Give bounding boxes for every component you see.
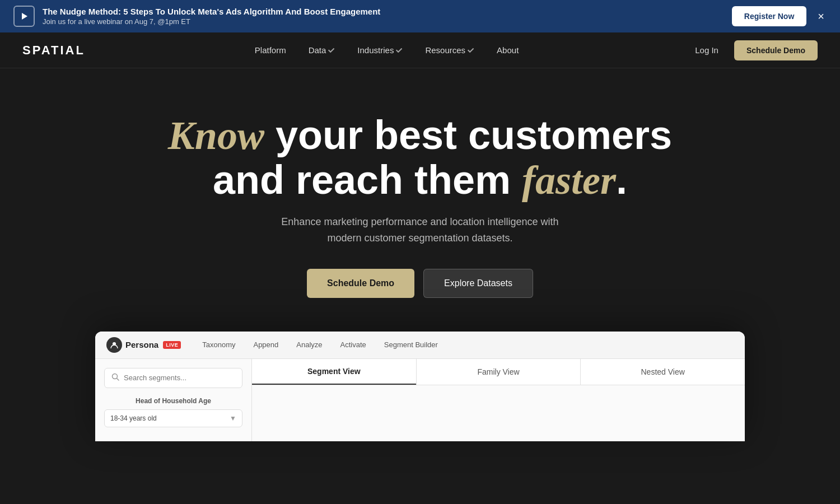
banner-subtitle: Join us for a live webinar on Aug 7, @1p… — [43, 17, 380, 26]
app-preview: Persona LIVE Taxonomy Append Analyze Act… — [95, 332, 745, 441]
nav-item-industries[interactable]: Industries — [348, 41, 412, 59]
hero-heading-italic: Know — [168, 113, 264, 158]
nav-data-label: Data — [309, 45, 326, 55]
view-tab-family[interactable]: Family View — [417, 359, 581, 385]
app-nav-tabs: Taxonomy Append Analyze Activate Segment… — [194, 337, 446, 352]
nav-platform-label: Platform — [255, 45, 286, 55]
hero-heading-rest2: and reach them — [213, 157, 522, 202]
sidebar-filter-value: 18-34 years old — [110, 414, 157, 422]
navbar: SPATIAL Platform Data Industries Resourc… — [0, 32, 840, 68]
announcement-banner: The Nudge Method: 5 Steps To Unlock Meta… — [0, 0, 840, 32]
banner-title: The Nudge Method: 5 Steps To Unlock Meta… — [43, 7, 380, 16]
hero-schedule-demo-button[interactable]: Schedule Demo — [307, 269, 414, 298]
search-icon — [111, 373, 119, 383]
svg-line-3 — [117, 378, 119, 380]
chevron-down-icon: ▼ — [230, 414, 236, 422]
view-tabs: Segment View Family View Nested View — [252, 359, 745, 385]
banner-left: The Nudge Method: 5 Steps To Unlock Meta… — [13, 6, 380, 27]
banner-text-block: The Nudge Method: 5 Steps To Unlock Meta… — [43, 7, 380, 26]
persona-label: Persona — [125, 340, 158, 349]
register-button[interactable]: Register Now — [732, 6, 806, 26]
hero-subtext-line1: Enhance marketing performance and locati… — [281, 216, 558, 227]
hero-subtext: Enhance marketing performance and locati… — [22, 214, 818, 246]
app-tab-segment-builder[interactable]: Segment Builder — [376, 337, 446, 352]
nav-right: Log In Schedule Demo — [688, 40, 818, 60]
live-badge: LIVE — [163, 341, 181, 349]
persona-logo: Persona LIVE — [106, 337, 181, 353]
app-main: Segment View Family View Nested View — [252, 359, 745, 441]
nav-industries-label: Industries — [357, 45, 394, 55]
nav-links: Platform Data Industries Resources About — [246, 41, 528, 59]
hero-subtext-line2: modern customer segmentation datasets. — [327, 232, 512, 244]
hero-heading-italic2: faster — [522, 158, 616, 203]
app-body: Head of Household Age 18-34 years old ▼ … — [95, 359, 745, 441]
view-tab-nested[interactable]: Nested View — [581, 359, 745, 385]
search-wrap[interactable] — [104, 368, 242, 388]
view-tab-segment[interactable]: Segment View — [252, 359, 416, 385]
app-tab-analyze[interactable]: Analyze — [288, 337, 330, 352]
hero-explore-datasets-button[interactable]: Explore Datasets — [423, 269, 533, 298]
logo: SPATIAL — [22, 43, 85, 58]
app-header: Persona LIVE Taxonomy Append Analyze Act… — [95, 332, 745, 359]
hero-buttons: Schedule Demo Explore Datasets — [22, 269, 818, 298]
nav-item-resources[interactable]: Resources — [416, 41, 483, 59]
hero-heading-punct: . — [616, 157, 627, 202]
schedule-demo-nav-button[interactable]: Schedule Demo — [734, 40, 818, 60]
play-icon — [13, 6, 35, 27]
nav-item-about[interactable]: About — [488, 41, 528, 59]
app-content-area — [252, 385, 745, 441]
chevron-down-icon — [396, 46, 402, 52]
hero-heading: Know your best customers and reach them … — [22, 113, 818, 203]
nav-item-data[interactable]: Data — [300, 41, 344, 59]
login-button[interactable]: Log In — [688, 41, 725, 59]
nav-resources-label: Resources — [425, 45, 465, 55]
app-sidebar: Head of Household Age 18-34 years old ▼ — [95, 359, 252, 441]
hero-section: Know your best customers and reach them … — [0, 68, 840, 464]
sidebar-filter-label: Head of Household Age — [104, 397, 242, 405]
app-tab-append[interactable]: Append — [245, 337, 286, 352]
chevron-down-icon — [328, 46, 334, 52]
close-banner-button[interactable]: × — [815, 8, 827, 24]
nav-item-platform[interactable]: Platform — [246, 41, 295, 59]
banner-right: Register Now × — [732, 6, 827, 26]
app-tab-activate[interactable]: Activate — [333, 337, 374, 352]
svg-marker-0 — [22, 13, 27, 20]
nav-about-label: About — [497, 45, 519, 55]
sidebar-filter-item[interactable]: 18-34 years old ▼ — [104, 409, 242, 427]
persona-icon — [106, 337, 122, 353]
app-tab-taxonomy[interactable]: Taxonomy — [194, 337, 243, 352]
hero-heading-rest1: your best customers — [264, 113, 672, 157]
search-input[interactable] — [124, 374, 235, 382]
chevron-down-icon — [468, 46, 474, 52]
